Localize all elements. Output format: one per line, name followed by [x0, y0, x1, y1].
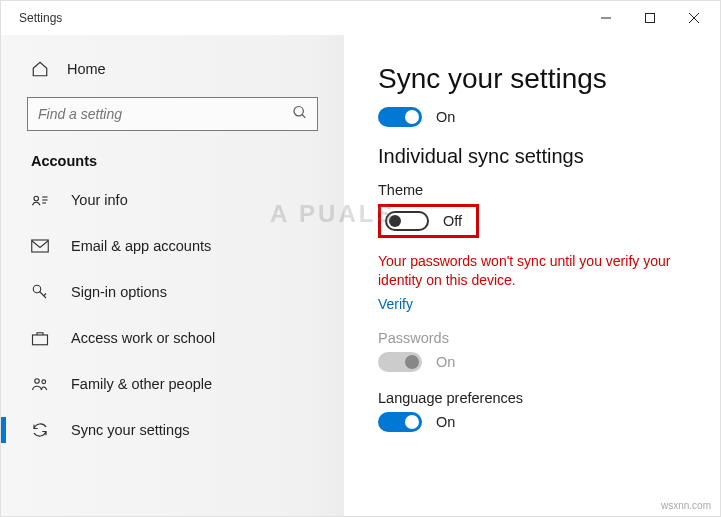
language-toggle[interactable] — [378, 412, 422, 432]
passwords-toggle-row: On — [378, 352, 692, 372]
svg-point-15 — [35, 379, 40, 384]
svg-point-16 — [42, 380, 46, 384]
mail-icon — [31, 239, 49, 253]
theme-toggle[interactable] — [385, 211, 429, 231]
language-label: Language preferences — [378, 390, 692, 406]
briefcase-icon — [31, 330, 49, 346]
sidebar-item-sync[interactable]: Sync your settings — [1, 407, 344, 453]
window-title: Settings — [19, 11, 62, 25]
language-toggle-row: On — [378, 412, 692, 432]
sync-master-toggle[interactable] — [378, 107, 422, 127]
sidebar-item-label: Access work or school — [71, 330, 215, 346]
passwords-label: Passwords — [378, 330, 692, 346]
toggle-state-label: On — [436, 414, 455, 430]
page-title: Sync your settings — [378, 63, 692, 95]
svg-rect-14 — [33, 335, 48, 345]
sidebar-item-label: Your info — [71, 192, 128, 208]
sidebar-item-label: Family & other people — [71, 376, 212, 392]
maximize-button[interactable] — [628, 3, 672, 33]
section-header: Accounts — [1, 141, 344, 177]
minimize-button[interactable] — [584, 3, 628, 33]
verify-link[interactable]: Verify — [378, 296, 413, 312]
window-controls — [584, 3, 716, 33]
sidebar-item-your-info[interactable]: Your info — [1, 177, 344, 223]
sidebar-item-signin[interactable]: Sign-in options — [1, 269, 344, 315]
passwords-toggle — [378, 352, 422, 372]
person-card-icon — [31, 192, 49, 208]
key-icon — [31, 283, 49, 301]
titlebar: Settings — [1, 1, 720, 35]
sidebar: Home Accounts Your info Email & app — [1, 35, 344, 516]
individual-heading: Individual sync settings — [378, 145, 692, 168]
password-warning: Your passwords won't sync until you veri… — [378, 252, 692, 290]
sync-icon — [31, 421, 49, 439]
sidebar-item-label: Sign-in options — [71, 284, 167, 300]
svg-point-6 — [34, 196, 39, 201]
close-button[interactable] — [672, 3, 716, 33]
sidebar-item-email[interactable]: Email & app accounts — [1, 223, 344, 269]
settings-window: Settings Home — [0, 0, 721, 517]
highlight-annotation: Off — [378, 204, 479, 238]
theme-label: Theme — [378, 182, 692, 198]
toggle-state-label: On — [436, 109, 455, 125]
master-toggle-row: On — [378, 107, 692, 127]
toggle-state-label: Off — [443, 213, 462, 229]
sidebar-item-label: Sync your settings — [71, 422, 189, 438]
search-input[interactable] — [27, 97, 318, 131]
svg-line-13 — [44, 294, 46, 296]
people-icon — [31, 376, 49, 392]
main-panel: Sync your settings On Individual sync se… — [344, 35, 720, 516]
sidebar-item-work-school[interactable]: Access work or school — [1, 315, 344, 361]
search-container — [27, 97, 318, 131]
home-icon — [31, 60, 49, 78]
content: Home Accounts Your info Email & app — [1, 35, 720, 516]
sidebar-item-family[interactable]: Family & other people — [1, 361, 344, 407]
svg-rect-1 — [646, 14, 655, 23]
home-label: Home — [67, 61, 106, 77]
svg-rect-10 — [32, 240, 49, 252]
sidebar-item-label: Email & app accounts — [71, 238, 211, 254]
toggle-state-label: On — [436, 354, 455, 370]
home-nav[interactable]: Home — [1, 49, 344, 89]
